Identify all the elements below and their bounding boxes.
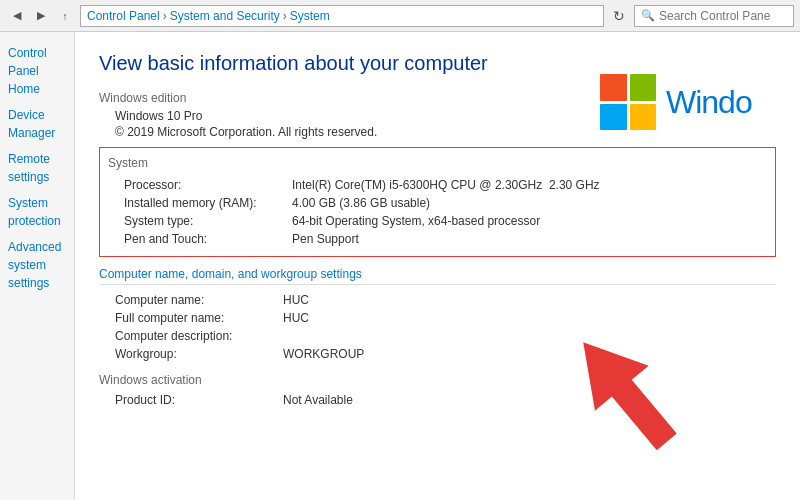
nav-buttons: ◀ ▶ ↑ <box>6 5 76 27</box>
processor-label: Processor: <box>108 176 288 194</box>
computer-name-section-title[interactable]: Computer name, domain, and workgroup set… <box>99 267 776 285</box>
red-arrow-container <box>570 327 680 460</box>
system-section-label: System <box>108 156 767 170</box>
table-row: Processor: Intel(R) Core(TM) i5-6300HQ C… <box>108 176 767 194</box>
main-container: Control Panel Home Device Manager Remote… <box>0 32 800 500</box>
logo-sq-green <box>630 74 657 101</box>
address-bar: ◀ ▶ ↑ Control Panel › System and Securit… <box>0 0 800 32</box>
svg-marker-0 <box>570 327 680 457</box>
address-path: Control Panel › System and Security › Sy… <box>80 5 604 27</box>
sidebar-item-remote-settings[interactable]: Remote settings <box>0 146 74 190</box>
red-arrow-svg <box>570 327 680 457</box>
workgroup-label: Workgroup: <box>99 345 279 363</box>
pen-touch-value: Pen Support <box>288 230 767 248</box>
product-id-value: Not Available <box>279 391 776 409</box>
content-area: Windo View basic information about your … <box>75 32 800 500</box>
logo-sq-blue <box>600 104 627 131</box>
refresh-button[interactable]: ↻ <box>608 5 630 27</box>
full-computer-name-label: Full computer name: <box>99 309 279 327</box>
table-row: Installed memory (RAM): 4.00 GB (3.86 GB… <box>108 194 767 212</box>
search-input[interactable] <box>659 9 779 23</box>
path-part2[interactable]: System and Security <box>170 9 280 23</box>
ram-label: Installed memory (RAM): <box>108 194 288 212</box>
table-row: System type: 64-bit Operating System, x6… <box>108 212 767 230</box>
system-box: System Processor: Intel(R) Core(TM) i5-6… <box>99 147 776 257</box>
computer-description-label: Computer description: <box>99 327 279 345</box>
up-button[interactable]: ↑ <box>54 5 76 27</box>
back-button[interactable]: ◀ <box>6 5 28 27</box>
workgroup-value: WORKGROUP <box>279 345 776 363</box>
system-type-label: System type: <box>108 212 288 230</box>
table-row: Computer name: HUC <box>99 291 776 309</box>
windows-logo-grid <box>600 74 656 130</box>
pen-touch-label: Pen and Touch: <box>108 230 288 248</box>
sidebar-item-home[interactable]: Control Panel Home <box>0 40 74 102</box>
sidebar-item-system-protection[interactable]: System protection <box>0 190 74 234</box>
sidebar-item-advanced-settings[interactable]: Advanced system settings <box>0 234 74 296</box>
path-sep1: › <box>163 9 167 23</box>
full-computer-name-value: HUC <box>279 309 776 327</box>
computer-name-value: HUC <box>279 291 776 309</box>
windows-text: Windo <box>666 84 752 121</box>
system-type-value: 64-bit Operating System, x64-based proce… <box>288 212 767 230</box>
windows-logo-area: Windo <box>600 52 800 152</box>
path-part3[interactable]: System <box>290 9 330 23</box>
computer-name-label: Computer name: <box>99 291 279 309</box>
sidebar-item-device-manager[interactable]: Device Manager <box>0 102 74 146</box>
search-box: 🔍 <box>634 5 794 27</box>
path-part1[interactable]: Control Panel <box>87 9 160 23</box>
search-icon: 🔍 <box>641 9 655 22</box>
computer-description-value <box>279 327 776 345</box>
path-sep2: › <box>283 9 287 23</box>
sidebar: Control Panel Home Device Manager Remote… <box>0 32 75 500</box>
logo-sq-yellow <box>630 104 657 131</box>
product-id-label: Product ID: <box>99 391 279 409</box>
table-row: Full computer name: HUC <box>99 309 776 327</box>
ram-value: 4.00 GB (3.86 GB usable) <box>288 194 767 212</box>
forward-button[interactable]: ▶ <box>30 5 52 27</box>
system-info-table: Processor: Intel(R) Core(TM) i5-6300HQ C… <box>108 176 767 248</box>
logo-sq-red <box>600 74 627 101</box>
processor-value: Intel(R) Core(TM) i5-6300HQ CPU @ 2.30GH… <box>288 176 767 194</box>
table-row: Pen and Touch: Pen Support <box>108 230 767 248</box>
